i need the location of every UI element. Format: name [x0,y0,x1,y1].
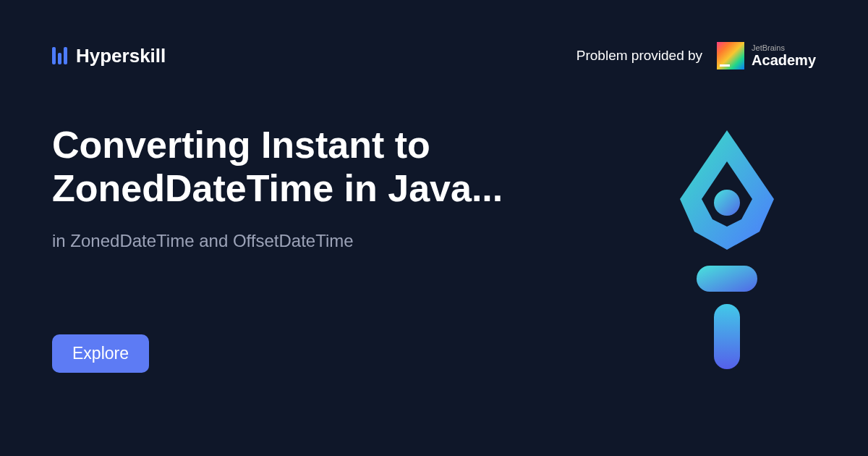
svg-point-0 [714,190,740,216]
torch-icon [655,127,799,373]
jetbrains-academy-logo: JetBrains Academy [717,42,816,69]
hyperskill-icon [52,47,67,64]
jetbrains-label: JetBrains [752,43,816,52]
svg-rect-1 [697,266,757,292]
provided-by-label: Problem provided by [576,48,702,64]
academy-label: Academy [752,52,816,68]
jetbrains-icon [717,42,744,69]
hyperskill-logo: Hyperskill [52,45,166,67]
header: Hyperskill Problem provided by JetBrains… [0,0,868,69]
explore-button[interactable]: Explore [52,334,149,373]
text-content: Converting Instant to ZonedDateTime in J… [52,124,573,373]
page-subtitle: in ZonedDateTime and OffsetDateTime [52,231,573,251]
hyperskill-brand-text: Hyperskill [76,45,166,67]
svg-rect-2 [714,304,740,369]
page-title: Converting Instant to ZonedDateTime in J… [52,124,573,211]
partner-block: Problem provided by JetBrains Academy [576,42,816,69]
jetbrains-text: JetBrains Academy [752,43,816,68]
